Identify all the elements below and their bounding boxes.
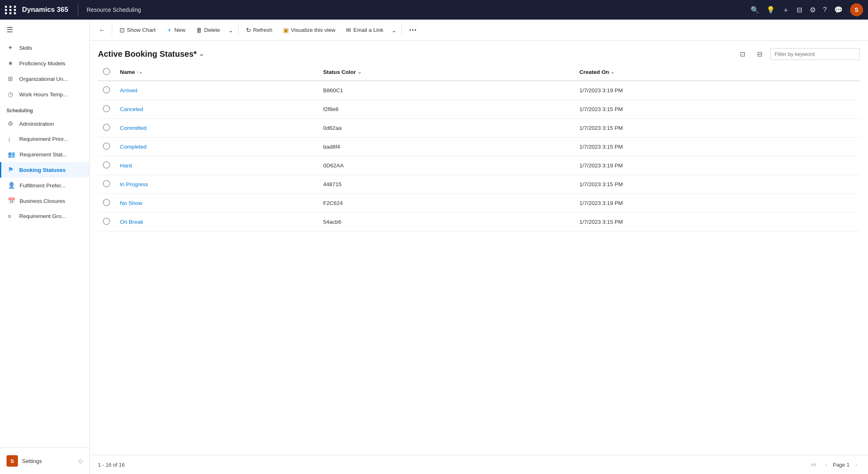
row-created-on-cell: 1/7/2023 3:19 PM [575, 194, 860, 213]
row-checkbox[interactable] [103, 180, 110, 187]
req-status-icon: 👥 [8, 151, 16, 158]
status-color-column-header[interactable]: Status Color ⌄ [318, 64, 574, 81]
table-row: Completed bad8f4 1/7/2023 3:15 PM [98, 138, 860, 156]
skills-icon: ✦ [8, 44, 15, 51]
fulfillment-icon: 👤 [8, 182, 16, 189]
row-name-link[interactable]: Completed [120, 144, 146, 150]
row-name-cell: In Progress [115, 175, 318, 194]
sidebar-item-organizational-units[interactable]: ⊞ Organizational Un... [0, 71, 89, 87]
back-icon: ← [99, 27, 105, 34]
filter-input[interactable] [770, 48, 860, 60]
row-checkbox[interactable] [103, 218, 110, 225]
top-nav: Dynamics 365 Resource Scheduling 🔍 💡 ＋ ⊟… [0, 0, 868, 20]
row-checkbox[interactable] [103, 199, 110, 206]
first-page-button[interactable]: ⏮ [808, 459, 819, 470]
page-label: Page 1 [833, 462, 849, 468]
row-name-cell: No Show [115, 194, 318, 213]
sidebar-item-label: Requirement Prior... [19, 136, 68, 142]
req-priority-icon: ↕ [8, 136, 15, 142]
sidebar-item-administration[interactable]: ⚙ Administration [0, 116, 89, 131]
module-title: Resource Scheduling [86, 7, 141, 13]
row-name-link[interactable]: On Break [120, 219, 143, 225]
view-title: Active Booking Statuses* ⌄ [98, 49, 204, 59]
sidebar: ☰ ✦ Skills ★ Proficiency Models ⊞ Organi… [0, 20, 90, 474]
row-name-link[interactable]: In Progress [120, 181, 148, 187]
sidebar-item-label: Booking Statuses [19, 167, 66, 173]
refresh-button[interactable]: ↻ Refresh [241, 24, 277, 37]
workhours-icon: ◷ [8, 91, 15, 98]
created-on-column-header[interactable]: Created On ⌄ [575, 64, 860, 81]
row-checkbox-cell [98, 81, 115, 100]
table-row: Canceled f2f8e8 1/7/2023 3:15 PM [98, 100, 860, 119]
search-icon[interactable]: 🔍 [751, 6, 759, 14]
sidebar-item-requirement-priorities[interactable]: ↕ Requirement Prior... [0, 131, 89, 147]
row-name-link[interactable]: Hard [120, 162, 132, 169]
view-layout-button[interactable]: ⊡ [736, 47, 749, 60]
more-options-button[interactable]: ··· [404, 22, 422, 38]
name-column-header[interactable]: Name ↑⌄ [115, 64, 318, 81]
user-avatar[interactable]: S [850, 3, 863, 16]
row-name-cell: Arrived [115, 81, 318, 100]
row-checkbox[interactable] [103, 142, 110, 150]
row-name-link[interactable]: Arrived [120, 87, 137, 93]
row-checkbox[interactable] [103, 105, 110, 112]
row-checkbox[interactable] [103, 124, 110, 131]
new-button[interactable]: ＋ New [162, 23, 190, 37]
app-launcher-button[interactable] [5, 6, 17, 14]
proficiency-icon: ★ [8, 60, 15, 67]
delete-button[interactable]: 🗑 Delete [191, 24, 225, 36]
delete-icon: 🗑 [196, 27, 202, 33]
new-icon: ＋ [166, 26, 173, 34]
nav-divider [78, 4, 78, 16]
row-created-on-cell: 1/7/2023 3:19 PM [575, 81, 860, 100]
settings-icon[interactable]: ⚙ [810, 6, 816, 14]
row-name-cell: Hard [115, 156, 318, 175]
email-link-button[interactable]: ✉ Email a Link [341, 24, 388, 37]
select-all-checkbox[interactable] [103, 68, 110, 75]
sidebar-item-booking-statuses[interactable]: ⚑ Booking Statuses [0, 162, 89, 178]
row-checkbox[interactable] [103, 161, 110, 169]
layout-icon: ⊡ [740, 50, 745, 58]
email-link-dropdown-button[interactable]: ⌄ [389, 24, 399, 36]
admin-icon: ⚙ [8, 120, 15, 127]
req-groups-icon: ≡ [8, 213, 15, 220]
next-page-button[interactable]: › [853, 459, 860, 470]
toolbar-divider-3 [401, 24, 402, 36]
show-chart-button[interactable]: ⊡ Show Chart [115, 24, 161, 37]
sidebar-item-proficiency-models[interactable]: ★ Proficiency Models [0, 56, 89, 71]
view-filter-button[interactable]: ⊟ [753, 47, 766, 60]
sidebar-item-business-closures[interactable]: 📅 Business Closures [0, 193, 89, 209]
sidebar-item-skills[interactable]: ✦ Skills [0, 40, 89, 56]
lightbulb-icon[interactable]: 💡 [766, 6, 775, 14]
row-name-link[interactable]: Committed [120, 125, 146, 131]
table-container: Name ↑⌄ Status Color ⌄ C [90, 64, 868, 455]
row-name-link[interactable]: Canceled [120, 106, 143, 112]
row-checkbox-cell [98, 119, 115, 138]
prev-page-button[interactable]: ‹ [822, 459, 829, 470]
view-title-dropdown[interactable]: ⌄ [199, 51, 204, 57]
sidebar-settings-item[interactable]: S Settings ◇ [0, 451, 89, 471]
sidebar-item-work-hours-templates[interactable]: ◷ Work Hours Temp... [0, 87, 89, 102]
sidebar-item-fulfillment-preferences[interactable]: 👤 Fulfillment Prefer... [0, 178, 89, 193]
filter-icon[interactable]: ⊟ [797, 6, 802, 14]
row-checkbox-cell [98, 175, 115, 194]
add-icon[interactable]: ＋ [782, 5, 789, 15]
toolbar: ← ⊡ Show Chart ＋ New 🗑 Delete ⌄ ↻ Ref [90, 20, 868, 41]
delete-dropdown-button[interactable]: ⌄ [226, 24, 236, 36]
row-created-on-cell: 1/7/2023 3:15 PM [575, 119, 860, 138]
row-created-on-cell: 1/7/2023 3:15 PM [575, 175, 860, 194]
email-icon: ✉ [346, 27, 351, 34]
toolbar-divider-1 [112, 24, 112, 36]
row-name-link[interactable]: No Show [120, 200, 142, 206]
help-icon[interactable]: ? [823, 6, 827, 14]
row-checkbox[interactable] [103, 86, 110, 93]
sidebar-item-label: Skills [19, 45, 32, 51]
sidebar-item-requirement-groups[interactable]: ≡ Requirement Gro... [0, 209, 89, 224]
row-status-color-cell: F2C624 [318, 194, 574, 213]
sidebar-item-requirement-statuses[interactable]: 👥 Requirement Stat... [0, 147, 89, 162]
chat-icon[interactable]: 💬 [834, 6, 843, 14]
visualize-button[interactable]: ▣ Visualize this view [278, 24, 340, 37]
back-button[interactable]: ← [95, 24, 109, 37]
name-sort-icon: ↑⌄ [137, 69, 143, 75]
sidebar-hamburger-button[interactable]: ☰ [0, 20, 89, 40]
